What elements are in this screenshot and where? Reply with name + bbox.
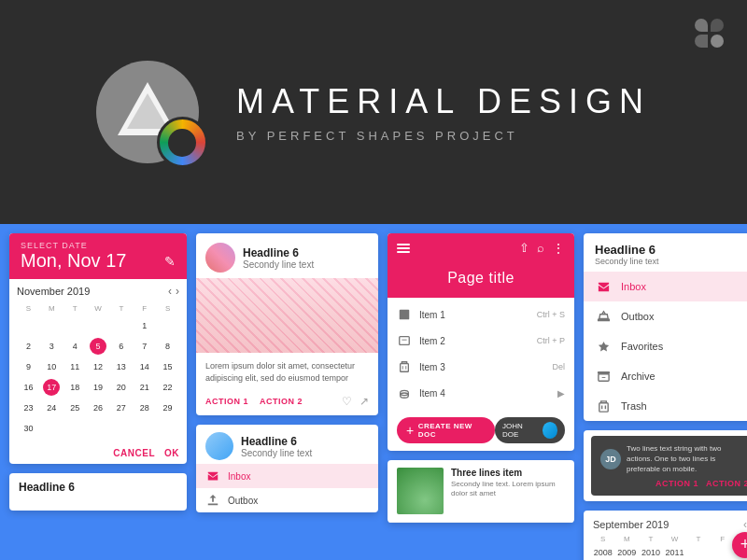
item1-label: Item 1 [419,310,445,320]
inbox-item-inbox[interactable]: Inbox [196,464,378,488]
more-toolbar-icon[interactable]: ⋮ [552,242,565,255]
menu-icon[interactable] [397,244,410,253]
heart-icon[interactable]: ♡ [342,395,352,408]
nav-outbox-label: Outbox [621,311,654,322]
snackbar-action2[interactable]: ACTION 2 [706,479,747,488]
page-title-bar: Page title [388,262,574,298]
header-logo-area: MATERIAL DESIGN BY PERFECT SHAPES PROJEC… [96,61,651,163]
item1-icon [397,307,412,322]
calendar-card: SELECT DATE Mon, Nov 17 ✎ November 2019 … [9,233,187,464]
cal-ok-btn[interactable]: OK [164,448,179,458]
article-actions: ACTION 1 ACTION 2 ♡ ↗ [196,391,378,415]
menu-item-3[interactable]: Item 3 Del [388,354,574,380]
cal-weekdays: S M T W T F S [17,303,179,314]
snackbar-action1[interactable]: ACTION 1 [655,479,698,488]
calendar-body: November 2019 ‹ › S M T W T F S [9,279,187,444]
article-meta: Headline 6 Secondy line text [243,246,314,270]
toolbar-left [397,244,410,253]
snackbar-text: Two lines text string with two actions. … [627,443,747,475]
cal-date: Mon, Nov 17 [21,250,126,272]
nav-item-archive[interactable]: Archive [584,361,747,391]
item3-icon [397,359,412,374]
header-text-block: MATERIAL DESIGN BY PERFECT SHAPES PROJEC… [236,82,651,143]
nav-item-inbox[interactable]: Inbox [584,272,747,301]
page-title: Page title [397,270,565,287]
page-fab-row: + CREATE NEW DOC JOHN DOE [388,410,574,451]
svg-rect-2 [400,310,410,320]
item3-shortcut: Del [552,362,565,371]
article-action-1[interactable]: ACTION 1 [205,397,248,406]
header-section: MATERIAL DESIGN BY PERFECT SHAPES PROJEC… [0,0,747,224]
cal-actions: CANCEL OK [9,444,187,464]
toolbar-right: ⇧ ⌕ ⋮ [519,241,565,255]
inbox-icon [205,469,220,483]
snackbar-actions: ACTION 1 ACTION 2 [600,479,747,488]
nav-inbox-label: Inbox [621,281,646,292]
nav-header: Headline 6 Secondy line text [584,233,747,272]
inbox-item-outbox[interactable]: Outbox [196,488,378,512]
nav-subtitle: Secondy line text [595,257,747,266]
three-lines-image [397,468,444,514]
cal-select-label: SELECT DATE [21,241,176,250]
cal-edit-icon[interactable]: ✎ [164,254,176,269]
inbox-label: Inbox [228,471,250,482]
calendar2-card: September 2019 ‹ › S M T W T F S 2008 [584,511,747,560]
outbox-label: Outbox [228,496,258,506]
cal-cancel-btn[interactable]: CANCEL [113,448,155,458]
search-toolbar-icon[interactable]: ⌕ [537,241,544,255]
create-new-doc-btn[interactable]: + CREATE NEW DOC [397,417,495,443]
svg-rect-15 [599,402,607,411]
nav-archive-icon [595,368,612,385]
share-icon[interactable]: ↗ [359,395,369,408]
nav-items: Inbox Outbox Favorites [584,272,747,421]
cal2-prev[interactable]: ‹ [743,518,747,531]
cal-next[interactable]: › [176,285,179,298]
snackbar-card: JD Two lines text string with two action… [584,430,747,501]
cal-days: 1 2 3 4 5 6 7 8 9 10 11 12 13 14 [17,315,179,439]
nav-title: Headline 6 [595,243,747,257]
article-header-row: Headline 6 Secondy line text [196,233,378,278]
cal2-header: September 2019 ‹ › [584,511,747,535]
svg-rect-3 [400,337,410,345]
figma-icon [695,19,724,48]
nav-item-favorites[interactable]: Favorites [584,331,747,361]
three-lines-text: Three lines item Secondy line text. Lore… [451,468,565,499]
article-card-1: Headline 6 Secondy line text Lorem ipsum… [196,233,378,415]
snackbar-avatar: JD [600,449,621,469]
share-toolbar-icon[interactable]: ⇧ [519,241,529,255]
article-image [196,278,378,353]
nav-favorites-icon [595,338,612,355]
snackbar: JD Two lines text string with two action… [591,436,747,496]
john-doe-btn[interactable]: JOHN DOE [495,417,565,443]
menu-item-4[interactable]: Item 4 ▶ [388,380,574,406]
cal-prev[interactable]: ‹ [168,285,172,298]
page-menu-list: Item 1 Ctrl + S Item 2 Ctrl + P [388,298,574,410]
outbox-icon [205,493,220,508]
three-lines-item[interactable]: Three lines item Secondy line text. Lore… [388,460,574,523]
article-body: Lorem ipsum dolor sit amet, consectetur … [196,353,378,391]
cal-month: November 2019 [17,286,90,297]
nav-trash-icon [595,398,612,414]
logo-g-badge [157,117,208,168]
fab-plus-icon: + [406,423,415,438]
menu-item-1[interactable]: Item 1 Ctrl + S [388,301,574,328]
cal2-month: September 2019 [593,519,669,530]
nav-item-outbox[interactable]: Outbox [584,301,747,331]
fab-user-label: JOHN DOE [502,422,538,439]
article2-headline: Headline 6 [241,435,312,448]
fab-label: CREATE NEW DOC [418,422,486,439]
article-action-2[interactable]: ACTION 2 [260,397,303,406]
article-card-2: Headline 6 Secondy line text Inbox Outbo… [196,425,378,512]
article2-header: Headline 6 Secondy line text [196,425,378,464]
item4-icon [397,385,412,400]
item1-shortcut: Ctrl + S [537,310,565,319]
item2-label: Item 2 [419,336,445,346]
page-toolbar: ⇧ ⌕ ⋮ [388,233,574,262]
cal2-grid: S M T W T F S 2008 2009 2010 2011 [584,535,747,560]
nav-item-trash[interactable]: Trash [584,391,747,421]
menu-item-2[interactable]: Item 2 Ctrl + P [388,328,574,354]
header-title: MATERIAL DESIGN [236,82,651,121]
item3-label: Item 3 [419,362,445,372]
three-lines-headline: Three lines item [451,468,565,478]
fab-user-avatar [543,422,557,439]
